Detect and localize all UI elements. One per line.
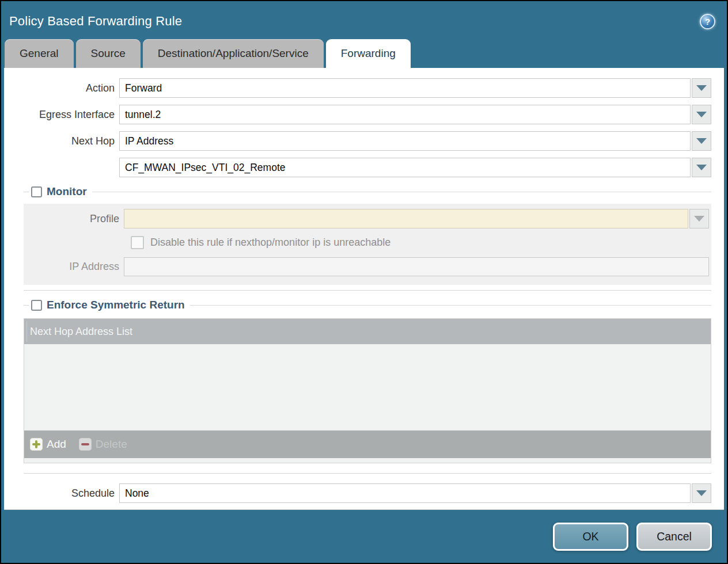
enforce-group-bottom-border: [24, 473, 711, 474]
monitor-ip-address-row: IP Address: [24, 257, 709, 276]
cancel-button[interactable]: Cancel: [636, 523, 712, 551]
next-hop-address-list-table: Next Hop Address List Add Delete: [24, 318, 711, 463]
action-dropdown-button[interactable]: [692, 78, 711, 98]
fieldset-border: [24, 305, 29, 306]
profile-select: [124, 209, 688, 228]
minus-icon: [79, 438, 92, 451]
titlebar: Policy Based Forwarding Rule ?: [1, 1, 727, 38]
help-icon[interactable]: ?: [700, 14, 715, 29]
egress-interface-dropdown-button[interactable]: [692, 105, 711, 124]
next-hop-address-list-header-label: Next Hop Address List: [30, 326, 132, 338]
fieldset-border: [92, 192, 711, 192]
profile-label: Profile: [24, 213, 124, 225]
schedule-label: Schedule: [17, 487, 119, 500]
forwarding-tab-panel: Action Forward Egress Interface tunnel.2…: [4, 68, 724, 510]
schedule-dropdown-button[interactable]: [692, 483, 711, 503]
action-row: Action Forward: [17, 78, 711, 98]
chevron-down-icon: [694, 216, 704, 222]
enforce-symmetric-return-legend-row: Enforce Symmetric Return: [24, 299, 711, 311]
delete-button-label: Delete: [96, 438, 127, 451]
monitor-legend: Monitor: [47, 185, 87, 198]
disable-rule-label: Disable this rule if nexthop/monitor ip …: [150, 237, 390, 249]
action-label: Action: [17, 82, 119, 94]
monitor-ip-address-input: [124, 257, 709, 276]
plus-icon: [30, 438, 43, 451]
monitor-group-bottom-border: [24, 290, 711, 291]
tab-general[interactable]: General: [5, 39, 74, 68]
next-hop-type-dropdown-button[interactable]: [692, 131, 711, 151]
fieldset-border: [24, 192, 29, 192]
dialog-title: Policy Based Forwarding Rule: [9, 14, 182, 29]
column-resize-grip: [26, 321, 27, 342]
tab-forwarding[interactable]: Forwarding: [326, 39, 411, 68]
next-hop-address-dropdown-button[interactable]: [692, 158, 711, 177]
tab-source[interactable]: Source: [76, 39, 141, 68]
next-hop-label: Next Hop: [17, 135, 119, 147]
monitor-legend-row: Monitor: [24, 185, 711, 198]
enforce-symmetric-return-legend: Enforce Symmetric Return: [47, 299, 185, 311]
next-hop-address-select[interactable]: CF_MWAN_IPsec_VTI_02_Remote: [119, 158, 691, 177]
next-hop-row: Next Hop IP Address: [17, 131, 711, 151]
schedule-row: Schedule None: [17, 483, 711, 503]
egress-interface-row: Egress Interface tunnel.2: [17, 105, 711, 124]
profile-dropdown-button: [689, 209, 709, 228]
disable-rule-checkbox: [131, 236, 144, 249]
tab-bar: General Source Destination/Application/S…: [1, 38, 727, 68]
next-hop-address-list-toolbar: Add Delete: [24, 430, 711, 458]
chevron-down-icon: [696, 112, 707, 117]
monitor-panel: Profile Disable this rule if nexthop/mon…: [24, 204, 711, 285]
table-bottom-strip: [24, 458, 711, 463]
tab-destination-application-service[interactable]: Destination/Application/Service: [143, 39, 324, 68]
fieldset-border: [190, 305, 711, 306]
next-hop-address-list-header[interactable]: Next Hop Address List: [24, 319, 711, 344]
monitor-ip-address-label: IP Address: [24, 261, 124, 273]
chevron-down-icon: [696, 85, 707, 91]
disable-rule-row: Disable this rule if nexthop/monitor ip …: [131, 236, 709, 249]
profile-row: Profile: [24, 209, 709, 228]
egress-interface-select[interactable]: tunnel.2: [119, 105, 691, 124]
enforce-symmetric-return-checkbox[interactable]: [31, 300, 42, 311]
monitor-checkbox[interactable]: [31, 186, 42, 197]
next-hop-type-select[interactable]: IP Address: [119, 131, 691, 151]
next-hop-address-row: CF_MWAN_IPsec_VTI_02_Remote: [17, 158, 711, 177]
action-select[interactable]: Forward: [119, 78, 691, 98]
dialog-footer: OK Cancel: [1, 510, 727, 563]
egress-interface-label: Egress Interface: [17, 109, 119, 121]
delete-button: Delete: [79, 438, 127, 451]
chevron-down-icon: [696, 165, 707, 170]
schedule-select[interactable]: None: [119, 483, 691, 503]
ok-button[interactable]: OK: [553, 523, 628, 551]
add-button-label: Add: [47, 438, 66, 451]
add-button[interactable]: Add: [30, 438, 66, 451]
chevron-down-icon: [696, 138, 707, 144]
chevron-down-icon: [696, 490, 707, 496]
next-hop-address-list-body[interactable]: [24, 344, 711, 430]
policy-based-forwarding-rule-dialog: Policy Based Forwarding Rule ? General S…: [0, 0, 728, 564]
